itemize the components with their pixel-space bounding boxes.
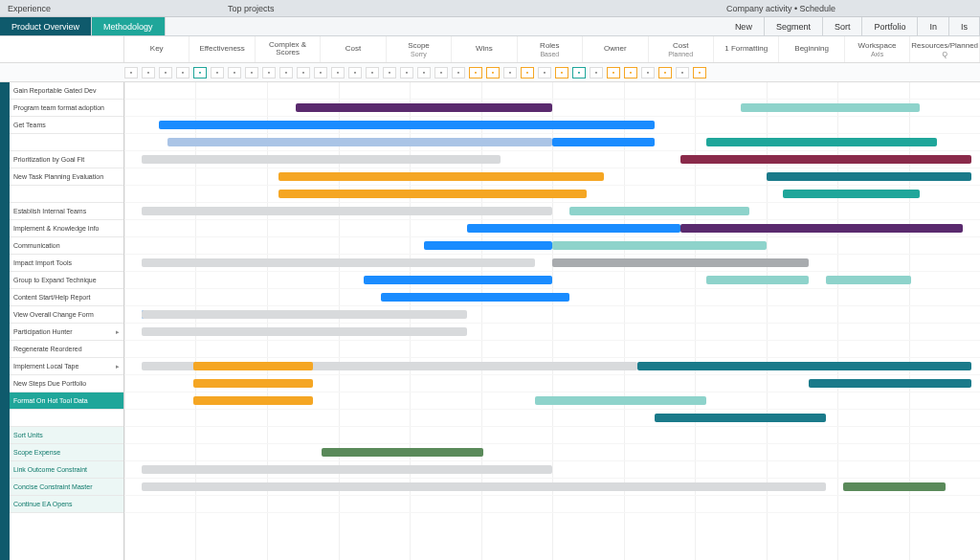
tab-product-overview[interactable]: Product Overview: [0, 17, 92, 35]
gantt-bar[interactable]: [706, 138, 937, 146]
column-header[interactable]: Owner: [583, 36, 648, 62]
column-header[interactable]: 1 Formatting: [714, 36, 779, 62]
task-row[interactable]: Link Outcome Constraint: [10, 461, 123, 479]
toolbar-icon[interactable]: ▪: [348, 67, 362, 78]
toolbar-icon[interactable]: ▪: [417, 67, 431, 78]
gantt-chart[interactable]: [124, 82, 980, 560]
toolbar-icon[interactable]: ▪: [503, 67, 517, 78]
task-row[interactable]: Gain Reportable Gated Dev: [10, 82, 123, 100]
toolbar-icon[interactable]: ▪: [693, 67, 706, 78]
task-row[interactable]: New Task Planning Evaluation: [10, 168, 123, 186]
task-row[interactable]: New Steps Due Portfolio: [10, 375, 123, 392]
task-row[interactable]: Concise Constraint Master: [10, 479, 123, 496]
toolbar-icon[interactable]: ▪: [607, 67, 620, 78]
gantt-bar[interactable]: [364, 276, 552, 284]
gantt-bar[interactable]: [193, 396, 313, 405]
gantt-bar[interactable]: [424, 241, 552, 250]
tab-sort[interactable]: Sort: [823, 17, 863, 35]
toolbar-icon[interactable]: ▪: [176, 67, 189, 78]
gantt-bar[interactable]: [142, 258, 535, 267]
gantt-bar[interactable]: [193, 379, 313, 388]
gantt-bar[interactable]: [655, 414, 826, 422]
column-header[interactable]: ScopeSorry: [387, 36, 452, 62]
gantt-bar[interactable]: [783, 190, 920, 198]
task-row[interactable]: Impact Import Tools: [10, 255, 123, 272]
toolbar-icon[interactable]: ▪: [538, 67, 551, 78]
column-header[interactable]: CostPlanned: [649, 36, 714, 62]
tab-new[interactable]: New: [724, 17, 765, 35]
column-header[interactable]: Complex & Scores: [256, 36, 321, 62]
gantt-bar[interactable]: [296, 103, 552, 112]
gantt-bar[interactable]: [767, 172, 972, 181]
column-header[interactable]: WorkspaceAxis: [845, 36, 910, 62]
column-header[interactable]: Cost: [321, 36, 386, 62]
toolbar-icon[interactable]: ▪: [555, 67, 568, 78]
toolbar-icon[interactable]: ▪: [159, 67, 172, 78]
gantt-bar[interactable]: [552, 258, 809, 267]
gantt-bar[interactable]: [767, 103, 921, 112]
gantt-bar[interactable]: [826, 276, 911, 284]
toolbar-icon[interactable]: ▪: [314, 67, 327, 78]
toolbar-icon[interactable]: ▪: [658, 67, 672, 78]
task-row[interactable]: Communication: [10, 237, 123, 255]
gantt-bar[interactable]: [680, 224, 963, 233]
gantt-bar[interactable]: [278, 172, 604, 181]
task-row[interactable]: Sort Units: [10, 427, 123, 444]
gantt-bar[interactable]: [706, 276, 809, 284]
toolbar-icon[interactable]: ▪: [624, 67, 637, 78]
toolbar-icon[interactable]: ▪: [211, 67, 224, 78]
toolbar-icon[interactable]: ▪: [279, 67, 293, 78]
gantt-bar[interactable]: [142, 207, 552, 215]
column-header[interactable]: Resources/PlannedQ: [910, 36, 980, 62]
task-row[interactable]: Format On Hot Tool Data: [10, 392, 123, 410]
toolbar-icon[interactable]: ▪: [400, 67, 413, 78]
toolbar-icon[interactable]: ▪: [469, 67, 482, 78]
toolbar-icon[interactable]: ▪: [676, 67, 689, 78]
toolbar-icon[interactable]: ▪: [572, 67, 586, 78]
column-header[interactable]: Wins: [452, 36, 517, 62]
tab-methodology[interactable]: Methodology: [92, 17, 166, 35]
tab-is[interactable]: Is: [949, 17, 980, 35]
gantt-bar[interactable]: [535, 396, 706, 405]
task-row[interactable]: [10, 186, 123, 203]
task-row[interactable]: Prioritization by Goal Fit: [10, 151, 123, 168]
toolbar-icon[interactable]: ▪: [383, 67, 396, 78]
task-row[interactable]: Regenerate Reordered: [10, 341, 123, 358]
gantt-bar[interactable]: [142, 327, 467, 336]
task-row[interactable]: Program team format adoption: [10, 100, 123, 117]
toolbar-icon[interactable]: ▪: [193, 67, 207, 78]
tab-portfolio[interactable]: Portfolio: [862, 17, 918, 35]
column-header[interactable]: RolesBased: [518, 36, 583, 62]
tab-segment[interactable]: Segment: [765, 17, 823, 35]
gantt-bar[interactable]: [159, 121, 656, 129]
column-header[interactable]: Effectiveness: [189, 36, 255, 62]
gantt-bar[interactable]: [142, 155, 501, 164]
gantt-bar[interactable]: [467, 224, 681, 233]
task-row[interactable]: [10, 410, 123, 427]
column-header[interactable]: Beginning: [779, 36, 844, 62]
task-row[interactable]: View Overall Change Form: [10, 306, 123, 324]
task-row[interactable]: Content Start/Help Report: [10, 289, 123, 306]
gantt-bar[interactable]: [193, 362, 313, 370]
gantt-bar[interactable]: [278, 190, 587, 198]
toolbar-icon[interactable]: ▪: [641, 67, 655, 78]
gantt-bar[interactable]: [322, 448, 484, 457]
gantt-bar[interactable]: [552, 138, 655, 146]
task-row[interactable]: Establish Internal Teams: [10, 203, 123, 220]
task-row[interactable]: [10, 134, 123, 151]
gantt-bar[interactable]: [843, 482, 946, 491]
column-header[interactable]: Key: [124, 36, 189, 62]
toolbar-icon[interactable]: ▪: [245, 67, 258, 78]
gantt-bar[interactable]: [809, 379, 971, 388]
task-row[interactable]: Continue EA Opens: [10, 496, 123, 513]
toolbar-icon[interactable]: ▪: [366, 67, 379, 78]
gantt-bar[interactable]: [552, 241, 767, 250]
gantt-bar[interactable]: [142, 482, 826, 491]
toolbar-icon[interactable]: ▪: [434, 67, 448, 78]
gantt-bar[interactable]: [381, 293, 569, 302]
task-row[interactable]: Scope Expense: [10, 444, 123, 461]
toolbar-icon[interactable]: ▪: [331, 67, 345, 78]
toolbar-icon[interactable]: ▪: [297, 67, 310, 78]
toolbar-icon[interactable]: ▪: [452, 67, 465, 78]
task-row[interactable]: Get Teams: [10, 117, 123, 134]
